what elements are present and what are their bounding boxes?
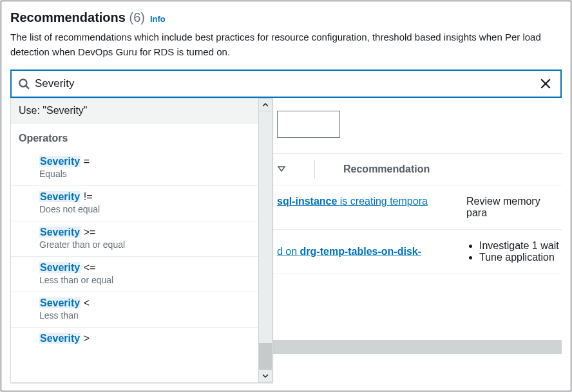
page-title: Recommendations (6) — [10, 10, 145, 25]
recommendation-cell: Review memory para — [466, 196, 562, 219]
operator-option-gte[interactable]: Severity >= Greater than or equal — [11, 221, 258, 257]
svg-point-0 — [19, 79, 26, 86]
resource-link[interactable]: drg-temp-tables-on-disk- — [300, 246, 421, 257]
operator-option-lte[interactable]: Severity <= Less than or equal — [11, 257, 258, 292]
use-literal-option[interactable]: Use: "Severity" — [11, 98, 258, 124]
recommendations-panel: Recommendations (6) Info The list of rec… — [1, 1, 571, 391]
dropdown-scrollbar[interactable] — [258, 98, 272, 382]
scroll-track[interactable] — [258, 111, 272, 369]
info-link[interactable]: Info — [150, 14, 166, 24]
filter-select[interactable] — [277, 111, 340, 138]
operators-section-label: Operators — [11, 124, 258, 151]
scroll-up-button[interactable] — [258, 98, 272, 111]
scroll-thumb[interactable] — [259, 111, 272, 343]
panel-description: The list of recommendations which includ… — [10, 30, 562, 59]
detection-link-tail[interactable]: is creating tempora — [337, 196, 428, 207]
clear-search-icon[interactable] — [537, 75, 554, 92]
svg-line-1 — [26, 86, 29, 89]
count-badge: (6) — [129, 10, 145, 24]
search-input[interactable] — [35, 77, 532, 90]
horizontal-scrollbar[interactable] — [272, 340, 562, 354]
operator-option-not-equals[interactable]: Severity != Does not equal — [11, 186, 258, 221]
detection-link-prefix[interactable]: d on — [277, 246, 300, 257]
search-box[interactable] — [10, 70, 562, 98]
column-divider — [314, 160, 315, 179]
operator-option-equals[interactable]: Severity = Equals — [11, 151, 258, 186]
resource-link[interactable]: sql-instance — [277, 196, 337, 207]
search-suggestions-dropdown: Use: "Severity" Operators Severity = Equ… — [10, 98, 273, 383]
column-recommendation[interactable]: Recommendation — [343, 163, 430, 175]
recommendation-item: Tune application — [479, 252, 562, 263]
recommendation-item: Investigate 1 wait — [479, 240, 562, 252]
detection-cell: d on drg-temp-tables-on-disk- — [277, 246, 451, 257]
operator-option-lt[interactable]: Severity < Less than — [11, 292, 258, 328]
recommendation-cell: Investigate 1 wait Tune application — [466, 240, 562, 263]
search-icon — [18, 78, 30, 89]
operator-option-gt[interactable]: Severity > — [11, 328, 258, 351]
detection-cell: sql-instance is creating tempora — [277, 196, 451, 207]
scroll-down-button[interactable] — [258, 369, 272, 382]
sort-caret-icon[interactable] — [277, 164, 286, 175]
